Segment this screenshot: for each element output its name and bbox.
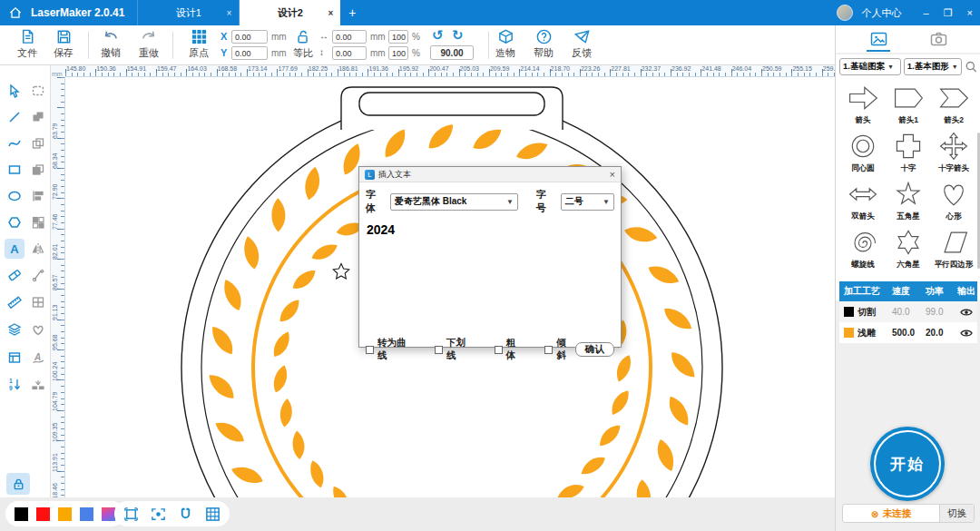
text-input-area[interactable]: 2024 [359, 219, 621, 337]
height-percent-input[interactable]: 100 [388, 46, 408, 60]
table-tool[interactable] [28, 292, 48, 312]
line-tool[interactable] [5, 107, 24, 127]
tab1-close-icon[interactable]: × [227, 8, 232, 18]
right-panel: 1.基础图案▼ 1.基本图形▼ 箭头 箭头1 箭头2 [835, 25, 980, 531]
switch-device-button[interactable]: 切换 [939, 505, 974, 522]
mirror-tool[interactable] [28, 239, 48, 259]
start-button[interactable]: 开始 [870, 427, 945, 501]
shape-concentric-circle[interactable]: 同心圆 [840, 128, 886, 175]
sort-tool[interactable]: 19 [5, 374, 24, 394]
redo-button[interactable]: 重做 [129, 28, 169, 60]
marquee-select-tool[interactable] [28, 81, 48, 101]
cut-visibility-toggle[interactable] [956, 306, 977, 319]
process-row-engrave[interactable]: 浅雕 500.0 20.0 [839, 322, 977, 343]
stamp-tool[interactable] [28, 320, 48, 339]
weld-tool[interactable] [28, 107, 48, 127]
file-button[interactable]: 文件 [7, 28, 47, 60]
text-path-tool[interactable]: A [28, 348, 48, 368]
focus-fit-icon[interactable] [151, 506, 166, 522]
rotate-ccw-icon[interactable]: ↺ [432, 27, 444, 44]
combine-tool[interactable] [28, 133, 48, 153]
magnet-snap-icon[interactable] [178, 506, 193, 522]
svg-text:1: 1 [9, 378, 13, 384]
shape-double-arrow[interactable]: 双箭头 [840, 176, 886, 223]
shape-arrow[interactable]: 箭头 [840, 80, 886, 127]
align-tool[interactable] [28, 186, 48, 206]
y-input[interactable]: 0.00 [231, 46, 268, 60]
engrave-visibility-toggle[interactable] [956, 327, 977, 339]
text-tool[interactable]: A [5, 239, 24, 259]
rotate-cw-icon[interactable]: ↻ [452, 27, 464, 44]
frame-select-icon[interactable] [123, 506, 139, 522]
artboard-tool[interactable] [5, 348, 24, 368]
shape-cross-arrows[interactable]: 十字箭头 [931, 128, 976, 175]
width-input[interactable]: 0.00 [332, 30, 367, 44]
distribute-tool[interactable] [28, 212, 48, 232]
medal-slot[interactable] [359, 93, 544, 115]
shape-spiral[interactable]: 螺旋线 [840, 224, 886, 271]
tab-gallery[interactable] [867, 31, 889, 47]
undo-button[interactable]: 撤销 [91, 28, 131, 60]
select-tool[interactable] [5, 81, 24, 101]
origin-button[interactable]: 原点 [179, 28, 219, 60]
user-center-link[interactable]: 个人中心 [862, 6, 902, 20]
shape-arrow2[interactable]: 箭头2 [931, 80, 976, 127]
curve-tool[interactable] [5, 133, 24, 153]
tab2-close-icon[interactable]: × [328, 8, 334, 18]
home-icon[interactable] [0, 0, 31, 25]
color-swatch-gradient[interactable] [102, 507, 115, 521]
measure-tool[interactable] [5, 292, 24, 312]
size-select[interactable]: 二号▼ [561, 193, 614, 211]
subtract-tool[interactable] [28, 160, 48, 180]
checkbox-underline[interactable]: 下划线 [435, 337, 475, 362]
shape-cross[interactable]: 十字 [886, 128, 931, 175]
dialog-close-icon[interactable]: × [610, 169, 615, 180]
shape-arrow1[interactable]: 箭头1 [886, 80, 931, 127]
grid-toggle-icon[interactable] [205, 506, 220, 522]
process-row-cut[interactable]: 切割 40.0 99.0 [839, 301, 977, 322]
help-button[interactable]: 帮助 [524, 28, 564, 60]
create-button[interactable]: 造物 [485, 28, 525, 60]
minimize-button[interactable]: – [924, 7, 929, 19]
node-edit-tool[interactable] [28, 265, 48, 285]
close-button[interactable]: × [967, 7, 973, 19]
checkbox-italic[interactable]: 倾斜 [544, 337, 574, 362]
eraser-tool[interactable] [5, 265, 24, 285]
shape-star6[interactable]: 六角星 [886, 224, 931, 271]
rotation-input[interactable]: 90.00 [430, 45, 474, 60]
color-swatch-black[interactable] [15, 507, 28, 521]
feedback-button[interactable]: 反馈 [562, 28, 602, 60]
break-apart-tool[interactable] [28, 374, 48, 394]
proportional-lock-button[interactable]: 等比 [283, 28, 323, 60]
x-input[interactable]: 0.00 [231, 30, 268, 44]
shape-heart[interactable]: 心形 [931, 176, 976, 223]
rectangle-tool[interactable] [5, 160, 24, 180]
search-icon[interactable] [965, 60, 977, 74]
lock-canvas-button[interactable] [6, 473, 30, 495]
color-swatch-blue[interactable] [80, 507, 93, 521]
shape-star5[interactable]: 五角星 [886, 176, 931, 223]
tab-camera[interactable] [927, 31, 949, 47]
color-swatch-red[interactable] [36, 507, 50, 521]
new-tab-button[interactable]: + [340, 0, 364, 25]
layers-tool[interactable] [5, 320, 24, 339]
category-select-primary[interactable]: 1.基础图案▼ [839, 58, 901, 75]
checkbox-bold[interactable]: 粗体 [495, 337, 524, 362]
ellipse-tool[interactable] [5, 186, 24, 206]
width-percent-input[interactable]: 100 [388, 30, 408, 44]
checkbox-convert-curves[interactable]: 转为曲线 [366, 337, 415, 362]
color-swatch-orange[interactable] [58, 507, 72, 521]
height-input[interactable]: 0.00 [332, 46, 367, 60]
shape-parallelogram[interactable]: 平行四边形 [931, 224, 976, 271]
maximize-button[interactable]: ❐ [944, 7, 953, 19]
category-select-secondary[interactable]: 1.基本图形▼ [904, 58, 962, 75]
connection-status[interactable]: ⊗ 未连接 [843, 507, 939, 520]
confirm-button[interactable]: 确认 [575, 342, 614, 357]
polygon-tool[interactable] [5, 212, 24, 232]
save-button[interactable]: 保存 [44, 28, 83, 60]
tab-design2[interactable]: 设计2 × [239, 0, 340, 25]
tab-design1[interactable]: 设计1 × [137, 0, 239, 25]
dialog-title-bar[interactable]: L 插入文本 × [359, 167, 621, 182]
font-select[interactable]: 爱奇艺黑体 Black▼ [390, 193, 518, 211]
user-avatar[interactable] [837, 5, 853, 21]
